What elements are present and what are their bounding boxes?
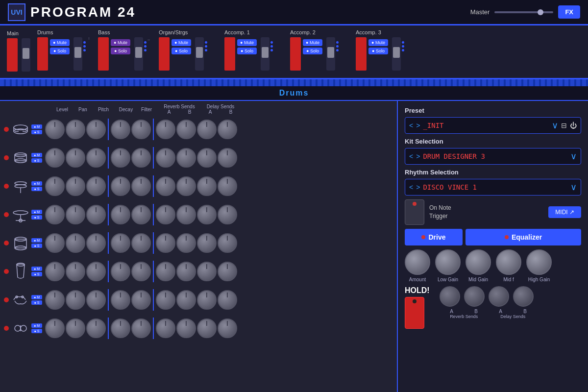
row2-reverb-b-knob[interactable]	[176, 148, 196, 168]
low-gain-knob[interactable]	[435, 249, 461, 275]
row3-pan-knob[interactable]	[66, 176, 85, 196]
row7-reverb-a-knob[interactable]	[156, 290, 175, 310]
preset-save-icon[interactable]: ⊟	[561, 122, 567, 129]
mid-gain-knob[interactable]	[466, 249, 491, 275]
row6-reverb-b-knob[interactable]	[176, 262, 196, 281]
organ-fader[interactable]	[195, 37, 204, 71]
row4-filter-knob[interactable]	[131, 205, 151, 224]
delay-a-send-knob[interactable]	[489, 286, 509, 307]
row3-reverb-b-knob[interactable]	[176, 176, 196, 196]
accomp1-mute[interactable]: ● Mute	[237, 39, 257, 46]
row4-s-btn[interactable]: ● S	[31, 215, 42, 220]
row8-delay-b-knob[interactable]	[218, 318, 237, 338]
bass-solo[interactable]: ● Solo	[111, 48, 130, 54]
drums-mute[interactable]: ● Mute	[50, 39, 70, 46]
row1-decay-knob[interactable]	[111, 120, 130, 139]
organ-mute[interactable]: ● Mute	[172, 39, 191, 46]
row1-m-btn[interactable]: ● M	[31, 124, 42, 129]
row8-s-btn[interactable]: ● S	[31, 329, 42, 333]
row2-delay-b-knob[interactable]	[218, 148, 237, 168]
row2-s-btn[interactable]: ● S	[31, 158, 42, 163]
row5-filter-knob[interactable]	[131, 233, 151, 253]
row1-pan-knob[interactable]	[66, 120, 85, 139]
row2-level-knob[interactable]	[45, 148, 65, 168]
row2-pitch-knob[interactable]	[86, 148, 106, 168]
preset-power-icon[interactable]: ⏻	[570, 122, 577, 129]
accomp3-fader[interactable]	[392, 37, 401, 71]
row8-reverb-a-knob[interactable]	[156, 318, 175, 338]
eq-btn[interactable]: Equalizer	[466, 229, 581, 245]
rhythm-next-btn[interactable]: >	[416, 183, 420, 191]
row3-m-btn[interactable]: ● M	[31, 181, 42, 186]
drums-fader[interactable]	[74, 37, 82, 71]
row3-level-knob[interactable]	[45, 176, 65, 196]
organ-solo[interactable]: ● Solo	[172, 48, 191, 54]
row1-filter-knob[interactable]	[131, 120, 151, 139]
reverb-a-send-knob[interactable]	[440, 286, 460, 307]
row2-reverb-a-knob[interactable]	[156, 148, 175, 168]
row4-level-knob[interactable]	[45, 205, 65, 224]
bass-mute[interactable]: ● Mute	[111, 39, 130, 46]
preset-prev-btn[interactable]: <	[409, 122, 413, 129]
row1-level-knob[interactable]	[45, 120, 65, 139]
row3-s-btn[interactable]: ● S	[31, 187, 42, 191]
kit-expand-btn[interactable]: ∨	[570, 151, 577, 162]
row8-delay-a-knob[interactable]	[197, 318, 217, 338]
preset-next-btn[interactable]: >	[416, 122, 420, 129]
row6-decay-knob[interactable]	[111, 262, 130, 281]
row3-filter-knob[interactable]	[131, 176, 151, 196]
fx-button[interactable]: FX	[558, 5, 580, 19]
row8-m-btn[interactable]: ● M	[31, 323, 42, 328]
row6-m-btn[interactable]: ● M	[31, 267, 42, 271]
row6-delay-a-knob[interactable]	[197, 262, 217, 281]
row6-pitch-knob[interactable]	[86, 262, 106, 281]
accomp1-solo[interactable]: ● Solo	[237, 48, 257, 54]
rhythm-expand-btn[interactable]: ∨	[570, 182, 577, 193]
row7-level-knob[interactable]	[45, 290, 65, 310]
row5-pan-knob[interactable]	[66, 233, 85, 253]
row8-reverb-b-knob[interactable]	[176, 318, 196, 338]
row2-delay-a-knob[interactable]	[197, 148, 217, 168]
row7-filter-knob[interactable]	[131, 290, 151, 310]
row8-decay-knob[interactable]	[111, 318, 130, 338]
row5-level-knob[interactable]	[45, 233, 65, 253]
drive-btn[interactable]: Drive	[405, 229, 463, 245]
row8-pitch-knob[interactable]	[86, 318, 106, 338]
row5-m-btn[interactable]: ● M	[31, 238, 42, 243]
delay-b-send-knob[interactable]	[513, 286, 534, 307]
accomp2-fader[interactable]	[326, 37, 335, 71]
master-slider[interactable]	[494, 11, 553, 13]
reverb-b-send-knob[interactable]	[464, 286, 485, 307]
row7-delay-b-knob[interactable]	[218, 290, 237, 310]
row5-delay-b-knob[interactable]	[218, 233, 237, 253]
row6-filter-knob[interactable]	[131, 262, 151, 281]
trigger-box[interactable]	[405, 199, 424, 225]
row3-delay-b-knob[interactable]	[218, 176, 237, 196]
row3-reverb-a-knob[interactable]	[156, 176, 175, 196]
row3-pitch-knob[interactable]	[86, 176, 106, 196]
row4-pan-knob[interactable]	[66, 205, 85, 224]
row7-m-btn[interactable]: ● M	[31, 295, 42, 299]
row6-level-knob[interactable]	[45, 262, 65, 281]
row2-filter-knob[interactable]	[131, 148, 151, 168]
row7-decay-knob[interactable]	[111, 290, 130, 310]
row1-delay-a-knob[interactable]	[197, 120, 217, 139]
row3-delay-a-knob[interactable]	[197, 176, 217, 196]
accomp2-mute[interactable]: ● Mute	[303, 39, 322, 46]
row8-pan-knob[interactable]	[66, 318, 85, 338]
preset-expand-btn[interactable]: ∨	[552, 120, 558, 131]
row1-s-btn[interactable]: ● S	[31, 130, 42, 134]
accomp3-mute[interactable]: ● Mute	[368, 39, 388, 46]
row7-pan-knob[interactable]	[66, 290, 85, 310]
kit-prev-btn[interactable]: <	[409, 152, 413, 160]
row7-s-btn[interactable]: ● S	[31, 300, 42, 305]
accomp3-solo[interactable]: ● Solo	[368, 48, 388, 54]
row4-decay-knob[interactable]	[111, 205, 130, 224]
amount-knob[interactable]	[405, 249, 430, 275]
row4-reverb-b-knob[interactable]	[176, 205, 196, 224]
row5-s-btn[interactable]: ● S	[31, 244, 42, 248]
row4-m-btn[interactable]: ● M	[31, 210, 42, 214]
high-gain-knob[interactable]	[526, 249, 552, 275]
hold-box[interactable]	[405, 297, 424, 329]
rhythm-prev-btn[interactable]: <	[409, 183, 413, 191]
